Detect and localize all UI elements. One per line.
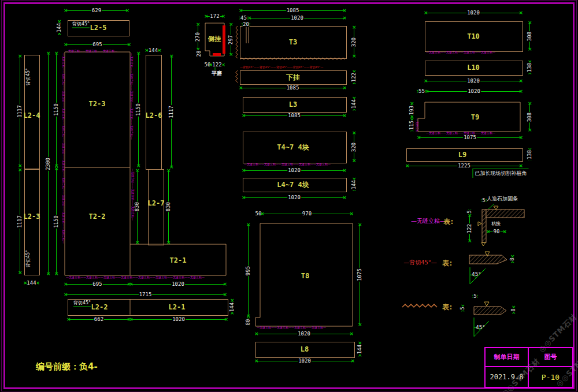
dim-value: 5 (473, 294, 477, 299)
dim-tick: × (468, 238, 472, 244)
label-L10: L10 (467, 64, 480, 72)
dim-1020: ××1020 (255, 330, 353, 338)
dim-tick: × (129, 282, 134, 287)
dim-value: 122 (351, 72, 357, 83)
edge-note-text: —无缝立粘——无缝立粘——无缝立粘— (65, 49, 117, 53)
edge-note-背切45°: —背切45°——背切45°——背切45°——背切45°——背切45°— (240, 65, 346, 69)
dim-28: ××28 (195, 51, 203, 56)
dim-8: ××8 (508, 255, 516, 263)
label-背切45°: 背切45° (73, 300, 91, 307)
dim-value: 1117 (17, 215, 23, 229)
label-L4~7 4块: L4~7 4块 (277, 180, 309, 190)
label-L2-6: L2-6 (146, 111, 162, 120)
dim-122: ××122 (210, 61, 224, 69)
dim-value: 55 (418, 89, 425, 94)
dim-5: ××5 (473, 292, 477, 300)
dim-tick: × (486, 229, 491, 234)
drawing-shape (213, 53, 221, 56)
dim-144: ××144 (228, 299, 236, 315)
dim-1085: ××1085 (243, 111, 346, 120)
dim-115: ××115 (407, 118, 416, 132)
dim-1150: ××1150 (134, 52, 142, 167)
panel-L2-7 (148, 169, 164, 245)
edge-note-text: —无缝立粘——无缝立粘——无缝立粘——无缝立粘— (426, 50, 495, 54)
dim-tick: × (66, 317, 71, 322)
dim-tick: × (352, 130, 357, 136)
drawing-shape (481, 242, 486, 246)
dim-144: ××144 (355, 342, 364, 357)
dim-value: 1020 (172, 317, 186, 322)
dim-tick: × (166, 240, 171, 245)
dim-5: ××5 (458, 305, 466, 312)
dim-value: 1020 (287, 195, 301, 200)
dim-value: 1020 (298, 359, 312, 364)
dim-122: ××122 (350, 70, 358, 84)
label-背切45°: 背切45° (72, 21, 90, 28)
edge-note-无缝立粘: —无缝立粘——无缝立粘——无缝立粘——无缝立粘——无缝立粘— (130, 53, 134, 166)
label-T3: T3 (289, 38, 297, 46)
drawing-shape (418, 102, 520, 132)
dim-1085: ××1085 (240, 6, 346, 14)
label-人造石加固条: 人造石加固条 (487, 195, 518, 203)
dim-value: 695 (92, 282, 102, 287)
dim-tick: × (342, 8, 347, 13)
dim-value: 1085 (287, 113, 301, 118)
dim-tick: × (254, 331, 259, 337)
label-侧挂: 侧挂 (208, 35, 221, 43)
dim-value: 138 (527, 62, 532, 73)
dim-1020: ××1020 (426, 87, 522, 95)
dim-value: 1085 (286, 8, 300, 13)
edge-note-text: —无缝立粘— (416, 118, 419, 132)
dim-tick: × (405, 163, 410, 169)
edge-note-text: —背切45°——背切45°——背切45°——背切45°——背切45°— (240, 65, 323, 69)
dim-tick: × (46, 51, 51, 56)
label-L2-4: L2-4 (24, 111, 40, 120)
dim-1020: ××1020 (243, 193, 346, 201)
dim-1117: ××1117 (16, 169, 24, 274)
dim-value: 1075 (463, 135, 477, 140)
dim-144: ××144 (350, 178, 358, 191)
dim-value: 1020 (466, 79, 480, 84)
dim-5: ××5 (481, 196, 486, 204)
dim-193: ××193 (407, 102, 416, 118)
dim-308: ××308 (525, 102, 533, 132)
edge-note-无缝立粘: —无缝立粘——无缝立粘——无缝立粘——无缝立粘——无缝立粘——无缝立粘——无缝立… (66, 275, 225, 279)
label-T8: T8 (301, 272, 309, 280)
dim-tick: × (349, 331, 354, 337)
dim-value: 122 (212, 62, 222, 68)
dim-value: 970 (302, 211, 312, 216)
dim-122: ××122 (465, 214, 473, 242)
dim-1150: ××1150 (52, 52, 60, 167)
dim-172: ××172 (205, 12, 224, 20)
dim-value: 1075 (357, 268, 362, 282)
dim-tick: × (528, 47, 532, 52)
drawing-shape (482, 210, 486, 242)
label-表:: 表: (444, 217, 454, 227)
numbering-prefix-note: 编号前缀：负4- (36, 361, 98, 372)
dim-tick: × (54, 166, 59, 171)
dim-tick: × (260, 211, 265, 216)
dim-tick: × (18, 54, 23, 59)
dim-value: 1020 (297, 331, 311, 337)
dim-320: ××320 (350, 132, 358, 162)
dim-tick: × (135, 240, 140, 245)
label-L9: L9 (458, 151, 466, 159)
dim-297: ××297 (227, 23, 235, 56)
dim-tick: × (254, 359, 259, 364)
dim-value: 144 (57, 23, 62, 33)
dim-tick: × (349, 211, 354, 216)
dim-tick: × (352, 25, 357, 30)
edge-note-无缝立粘: —无缝立粘——无缝立粘——无缝立粘——无缝立粘——无缝立粘——无缝立粘——无缝立… (62, 53, 65, 273)
edge-note-text: —无缝立粘——无缝立粘——无缝立粘——无缝立粘— (257, 326, 326, 329)
dim-tick: × (64, 292, 68, 297)
dim-value: 20 (242, 22, 250, 27)
label-L2-1: L2-1 (169, 303, 186, 311)
dim-value: 138 (527, 149, 532, 159)
dim-1075: ××1075 (418, 133, 522, 141)
label-下挂: 下挂 (286, 73, 300, 83)
dim-tick: × (425, 89, 429, 94)
dim-tick: × (18, 270, 23, 275)
dim-value: 5 (460, 306, 465, 310)
dim-1020: ××1020 (425, 9, 522, 17)
dim-tick: × (224, 317, 228, 322)
